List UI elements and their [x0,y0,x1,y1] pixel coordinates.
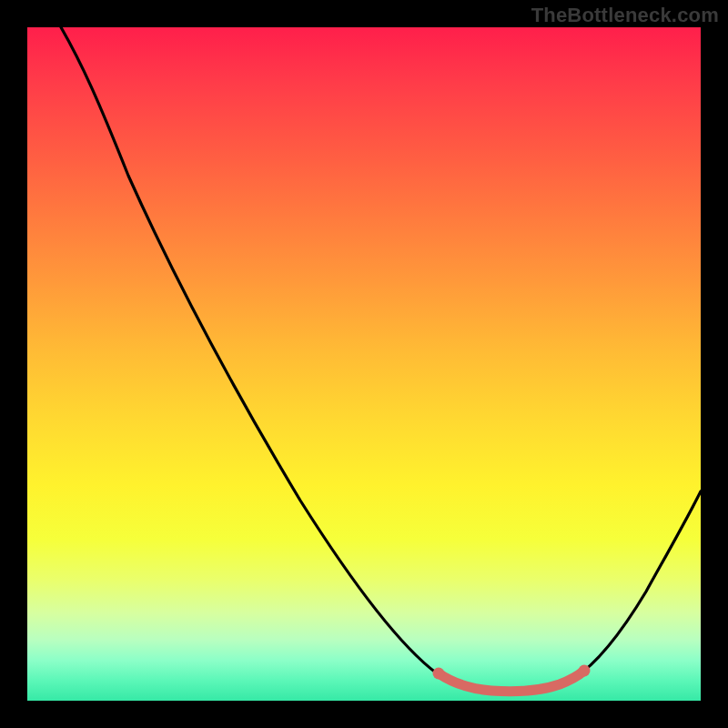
highlight-dot-right [579,665,591,677]
bottleneck-curve [61,27,701,691]
watermark-text: TheBottleneck.com [531,4,719,27]
highlight-dot-left [433,668,445,680]
plot-area [27,27,701,701]
curve-overlay [27,27,701,701]
chart-root: TheBottleneck.com [0,0,728,728]
highlight-band [439,671,584,692]
